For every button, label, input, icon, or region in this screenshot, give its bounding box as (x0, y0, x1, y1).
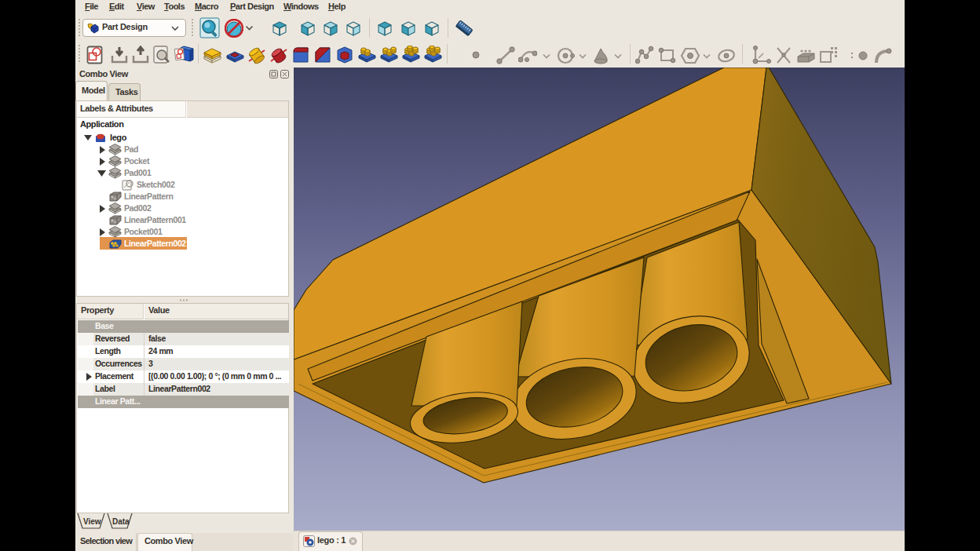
svg-text:View: View (83, 517, 101, 526)
svg-text:Data: Data (112, 517, 130, 526)
